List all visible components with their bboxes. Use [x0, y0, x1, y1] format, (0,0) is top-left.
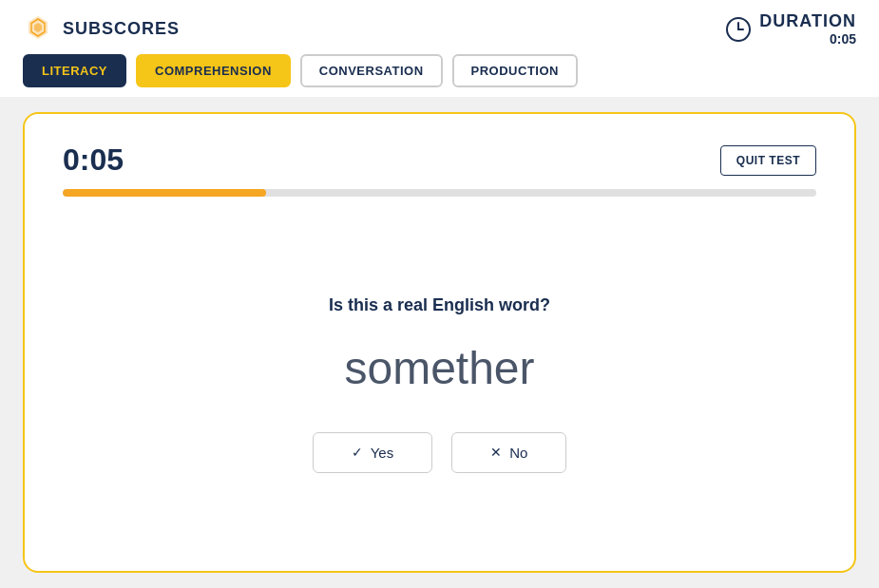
yes-button[interactable]: ✓ Yes	[313, 432, 432, 473]
question-text: Is this a real English word?	[329, 295, 550, 315]
no-button[interactable]: ✕ No	[451, 432, 566, 473]
x-icon: ✕	[490, 445, 502, 460]
progress-bar-background	[63, 189, 816, 197]
tabs-bar: LITERACY COMPREHENSION CONVERSATION PROD…	[0, 54, 879, 97]
clock-icon	[725, 16, 752, 43]
answer-buttons: ✓ Yes ✕ No	[313, 432, 567, 473]
logo-icon	[23, 14, 53, 45]
yes-label: Yes	[371, 445, 393, 461]
card-timer: 0:05	[63, 142, 124, 178]
progress-bar-fill	[63, 189, 266, 197]
duration-info: DURATION 0:05	[759, 11, 856, 47]
subscores-title: SUBSCORES	[63, 19, 180, 39]
tab-production[interactable]: PRODUCTION	[452, 54, 578, 87]
question-area: Is this a real English word? somether ✓ …	[63, 235, 816, 533]
tab-literacy[interactable]: LITERACY	[23, 54, 126, 87]
word-display: somether	[344, 342, 534, 394]
header: SUBSCORES DURATION 0:05	[0, 0, 879, 54]
main-content: 0:05 QUIT TEST Is this a real English wo…	[0, 97, 879, 588]
duration-block: DURATION 0:05	[725, 11, 856, 47]
tab-comprehension[interactable]: COMPREHENSION	[136, 54, 291, 87]
subscores-logo: SUBSCORES	[23, 14, 180, 45]
tab-conversation[interactable]: CONVERSATION	[300, 54, 443, 87]
duration-label: DURATION	[759, 11, 856, 30]
quit-test-button[interactable]: QUIT TEST	[720, 145, 816, 176]
card-top: 0:05 QUIT TEST	[63, 142, 816, 178]
checkmark-icon: ✓	[352, 445, 363, 460]
test-card: 0:05 QUIT TEST Is this a real English wo…	[23, 112, 856, 573]
no-label: No	[509, 445, 527, 461]
duration-value: 0:05	[759, 31, 856, 47]
